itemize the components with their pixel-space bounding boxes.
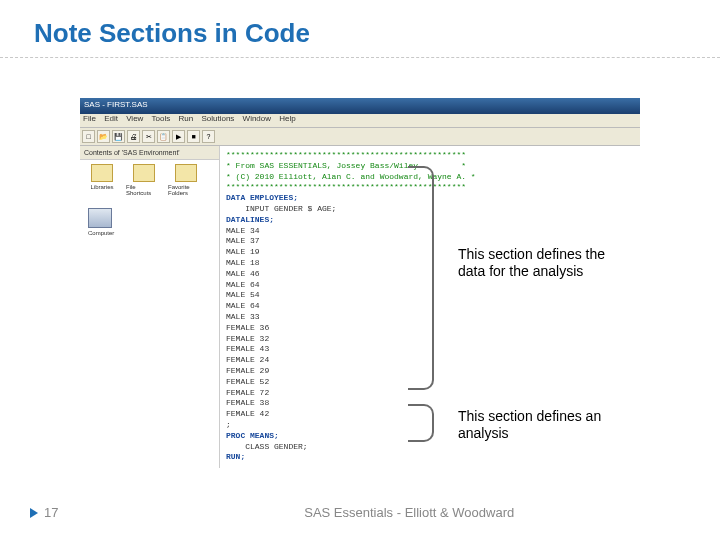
toolbar: □ 📂 💾 🖨 ✂ 📋 ▶ ■ ? (80, 128, 640, 146)
tool-help-icon[interactable]: ? (202, 130, 215, 143)
class-statement: CLASS GENDER; (226, 442, 634, 453)
menu-solutions[interactable]: Solutions (201, 114, 234, 123)
menu-help[interactable]: Help (279, 114, 295, 123)
computer-icon (88, 208, 112, 228)
menu-run[interactable]: Run (179, 114, 194, 123)
tool-new-icon[interactable]: □ (82, 130, 95, 143)
folder-icon (175, 164, 197, 182)
data-row: FEMALE 72 (226, 388, 634, 399)
comment-line: ****************************************… (226, 150, 634, 161)
annotation-analysis: This section defines an analysis (458, 408, 618, 442)
libraries-item[interactable]: Libraries (84, 164, 120, 196)
bullet-icon (30, 508, 38, 518)
folder-icon (91, 164, 113, 182)
tool-stop-icon[interactable]: ■ (187, 130, 200, 143)
menu-window[interactable]: Window (243, 114, 271, 123)
tool-copy-icon[interactable]: 📋 (157, 130, 170, 143)
favorite-folders-item[interactable]: Favorite Folders (168, 164, 204, 196)
bracket-data-section (408, 166, 434, 390)
menu-view[interactable]: View (126, 114, 143, 123)
footer-text: SAS Essentials - Elliott & Woodward (58, 505, 720, 520)
tool-run-icon[interactable]: ▶ (172, 130, 185, 143)
annotation-data: This section defines the data for the an… (458, 246, 618, 280)
page-number: 17 (44, 505, 58, 520)
window-titlebar: SAS - FIRST.SAS (80, 98, 640, 114)
file-shortcuts-item[interactable]: File Shortcuts (126, 164, 162, 196)
tool-print-icon[interactable]: 🖨 (127, 130, 140, 143)
tool-open-icon[interactable]: 📂 (97, 130, 110, 143)
slide-title: Note Sections in Code (0, 0, 720, 58)
tool-cut-icon[interactable]: ✂ (142, 130, 155, 143)
menu-tools[interactable]: Tools (152, 114, 171, 123)
menubar: File Edit View Tools Run Solutions Windo… (80, 114, 640, 128)
tool-save-icon[interactable]: 💾 (112, 130, 125, 143)
menu-file[interactable]: File (83, 114, 96, 123)
explorer-header: Contents of 'SAS Environment' (80, 146, 219, 160)
run-statement: RUN; (226, 452, 634, 463)
footer: 17 SAS Essentials - Elliott & Woodward (0, 505, 720, 520)
folder-icon (133, 164, 155, 182)
bracket-analysis-section (408, 404, 434, 442)
menu-edit[interactable]: Edit (104, 114, 118, 123)
computer-item[interactable]: Computer (80, 200, 219, 236)
explorer-panel: Contents of 'SAS Environment' Libraries … (80, 146, 220, 468)
